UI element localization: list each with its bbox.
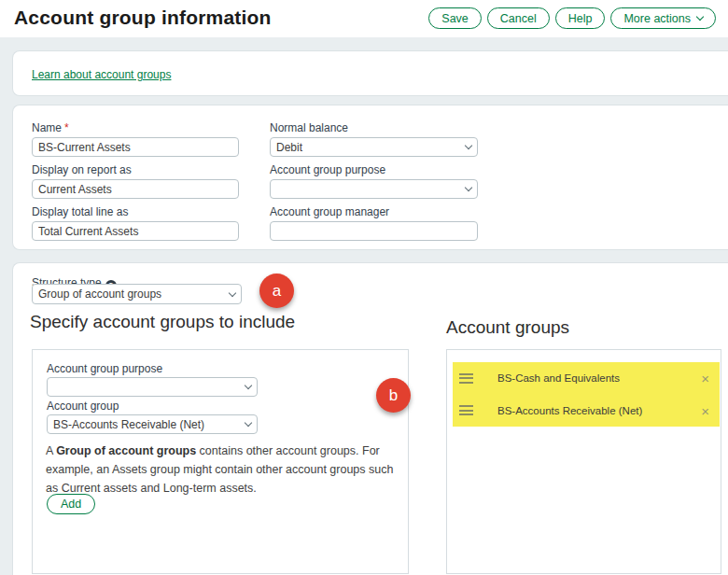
account-group-purpose-label: Account group purpose	[270, 163, 478, 176]
specify-groups-panel: Account group purpose Account group BS-A…	[32, 349, 409, 574]
specify-groups-heading: Specify account groups to include	[30, 312, 295, 332]
name-label-text: Name	[32, 121, 62, 134]
help-button[interactable]: Help	[555, 7, 606, 29]
panel-purpose-label: Account group purpose	[47, 362, 162, 375]
annotation-badge-a: a	[259, 273, 294, 308]
normal-balance-label: Normal balance	[270, 121, 478, 134]
form-card: Name* Normal balance Debit Display on re…	[12, 105, 728, 250]
header-actions: Save Cancel Help More actions	[428, 7, 716, 29]
account-groups-panel: BS-Cash and Equivalents × BS-Accounts Re…	[446, 349, 721, 574]
account-groups-heading: Account groups	[446, 317, 569, 338]
account-group-purpose-select[interactable]	[270, 179, 478, 199]
name-label: Name*	[32, 121, 239, 134]
chevron-down-icon	[229, 288, 236, 296]
chevron-down-icon	[465, 142, 472, 149]
account-group-manager-label: Account group manager	[270, 205, 478, 218]
group-name: BS-Cash and Equivalents	[497, 372, 620, 384]
cancel-button[interactable]: Cancel	[487, 7, 550, 29]
list-item[interactable]: BS-Accounts Receivable (Net) ×	[453, 395, 720, 428]
annotation-badge-b: b	[376, 378, 411, 413]
save-button[interactable]: Save	[428, 7, 482, 29]
structure-type-value: Group of account groups	[38, 288, 230, 301]
structure-card: Structure type? Group of account groups …	[12, 262, 728, 575]
remove-icon[interactable]: ×	[701, 403, 709, 417]
chevron-down-icon	[245, 419, 252, 427]
panel-purpose-select[interactable]	[47, 377, 258, 397]
required-asterisk: *	[64, 121, 69, 134]
chevron-down-icon	[696, 13, 704, 21]
drag-handle-icon[interactable]	[459, 405, 473, 415]
page-body: Learn about account groups Name* Normal …	[0, 37, 728, 575]
list-item[interactable]: BS-Cash and Equivalents ×	[453, 362, 720, 395]
drag-handle-icon[interactable]	[459, 373, 473, 384]
group-name: BS-Accounts Receivable (Net)	[497, 405, 642, 416]
help-text-prefix: A	[46, 444, 56, 457]
page-title: Account group information	[14, 7, 272, 29]
highlighted-group-list: BS-Cash and Equivalents × BS-Accounts Re…	[453, 362, 720, 427]
learn-card: Learn about account groups	[12, 50, 728, 96]
account-group-manager-input[interactable]	[270, 221, 478, 241]
learn-about-account-groups-link[interactable]: Learn about account groups	[32, 68, 171, 81]
chevron-down-icon	[465, 184, 472, 191]
normal-balance-select[interactable]: Debit	[270, 137, 478, 157]
panel-account-group-label: Account group	[47, 400, 119, 413]
group-help-text: A Group of account groups contains other…	[46, 442, 395, 498]
remove-icon[interactable]: ×	[701, 372, 709, 386]
normal-balance-value: Debit	[276, 141, 466, 154]
header: Account group information Save Cancel He…	[0, 0, 728, 37]
display-report-input[interactable]	[32, 179, 239, 199]
name-input[interactable]	[32, 137, 239, 157]
more-actions-label: More actions	[623, 12, 691, 25]
more-actions-button[interactable]: More actions	[610, 7, 716, 29]
help-text-bold: Group of account groups	[56, 444, 196, 457]
display-report-label: Display on report as	[32, 163, 239, 176]
add-button[interactable]: Add	[47, 494, 95, 514]
account-group-information-screen: Account group information Save Cancel He…	[0, 0, 728, 575]
panel-account-group-value: BS-Accounts Receivable (Net)	[53, 418, 245, 431]
display-total-input[interactable]	[32, 221, 239, 241]
structure-type-select[interactable]: Group of account groups	[32, 284, 242, 304]
chevron-down-icon	[245, 382, 252, 389]
panel-account-group-select[interactable]: BS-Accounts Receivable (Net)	[47, 414, 258, 434]
display-total-label: Display total line as	[32, 205, 239, 218]
